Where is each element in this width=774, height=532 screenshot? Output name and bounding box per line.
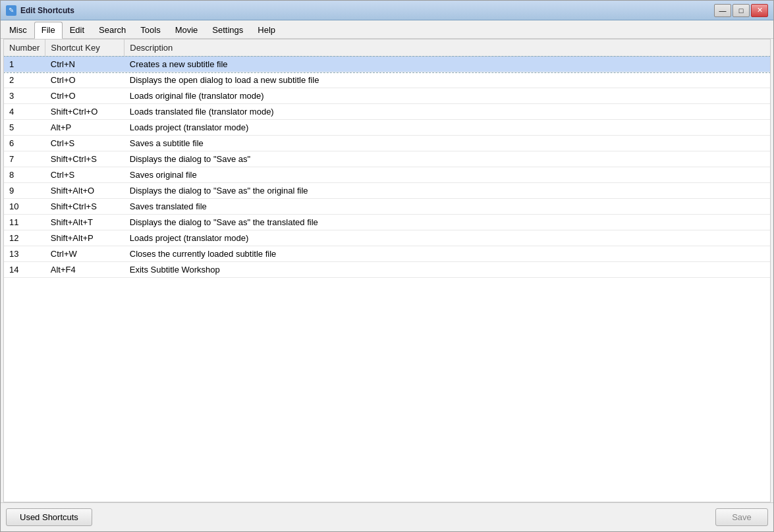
cell-shortcut: Shift+Ctrl+S: [45, 199, 124, 215]
menu-item-help[interactable]: Help: [250, 22, 283, 38]
minimize-button[interactable]: —: [714, 4, 731, 17]
table-row[interactable]: 12Shift+Alt+PLoads project (translator m…: [4, 230, 770, 246]
menu-item-tools[interactable]: Tools: [133, 22, 167, 38]
window-title: Edit Shortcuts: [20, 6, 714, 15]
cell-number: 2: [4, 72, 45, 88]
shortcuts-table: Number Shortcut Key Description 1Ctrl+NC…: [4, 40, 770, 278]
cell-description: Saves original file: [124, 167, 770, 183]
table-row[interactable]: 5Alt+PLoads project (translator mode): [4, 120, 770, 136]
table-header-row: Number Shortcut Key Description: [4, 40, 770, 57]
cell-number: 7: [4, 151, 45, 167]
cell-number: 4: [4, 104, 45, 120]
window-icon: ✎: [6, 5, 16, 16]
cell-shortcut: Shift+Ctrl+S: [45, 151, 124, 167]
cell-description: Displays the open dialog to load a new s…: [124, 72, 770, 88]
cell-number: 5: [4, 120, 45, 136]
cell-shortcut: Shift+Ctrl+O: [45, 104, 124, 120]
cell-shortcut: Ctrl+S: [45, 136, 124, 151]
cell-shortcut: Shift+Alt+T: [45, 215, 124, 230]
cell-number: 3: [4, 88, 45, 104]
cell-description: Loads project (translator mode): [124, 230, 770, 246]
cell-description: Displays the dialog to "Save as" the ori…: [124, 183, 770, 199]
cell-shortcut: Ctrl+N: [45, 57, 124, 72]
cell-description: Loads original file (translator mode): [124, 88, 770, 104]
menu-item-settings[interactable]: Settings: [205, 22, 250, 38]
cell-description: Saves a subtitle file: [124, 136, 770, 151]
footer: Used Shortcuts Save: [1, 502, 773, 531]
cell-number: 12: [4, 230, 45, 246]
table-row[interactable]: 10Shift+Ctrl+SSaves translated file: [4, 199, 770, 215]
table-row[interactable]: 11Shift+Alt+TDisplays the dialog to "Sav…: [4, 215, 770, 230]
table-row[interactable]: 8Ctrl+SSaves original file: [4, 167, 770, 183]
cell-description: Creates a new subtitle file: [124, 57, 770, 72]
cell-number: 9: [4, 183, 45, 199]
table-container[interactable]: Number Shortcut Key Description 1Ctrl+NC…: [4, 40, 770, 502]
cell-shortcut: Ctrl+S: [45, 167, 124, 183]
cell-shortcut: Ctrl+O: [45, 88, 124, 104]
cell-number: 11: [4, 215, 45, 230]
cell-shortcut: Alt+F4: [45, 262, 124, 278]
cell-description: Saves translated file: [124, 199, 770, 215]
table-row[interactable]: 13Ctrl+WCloses the currently loaded subt…: [4, 246, 770, 262]
table-row[interactable]: 14Alt+F4Exits Subtitle Workshop: [4, 262, 770, 278]
maximize-button[interactable]: □: [733, 4, 750, 17]
cell-shortcut: Alt+P: [45, 120, 124, 136]
save-button[interactable]: Save: [715, 508, 768, 526]
menu-item-edit[interactable]: Edit: [63, 22, 92, 38]
menu-item-misc[interactable]: Misc: [2, 22, 34, 38]
column-shortcut: Shortcut Key: [45, 40, 124, 57]
cell-number: 8: [4, 167, 45, 183]
close-button[interactable]: ✕: [751, 4, 768, 17]
cell-shortcut: Shift+Alt+O: [45, 183, 124, 199]
menu-item-movie[interactable]: Movie: [168, 22, 206, 38]
cell-description: Loads translated file (translator mode): [124, 104, 770, 120]
table-row[interactable]: 2Ctrl+ODisplays the open dialog to load …: [4, 72, 770, 88]
cell-description: Loads project (translator mode): [124, 120, 770, 136]
menu-item-search[interactable]: Search: [92, 22, 133, 38]
table-row[interactable]: 1Ctrl+NCreates a new subtitle file: [4, 57, 770, 72]
cell-number: 13: [4, 246, 45, 262]
main-window: ✎ Edit Shortcuts — □ ✕ MiscFileEditSearc…: [0, 0, 774, 532]
cell-shortcut: Ctrl+W: [45, 246, 124, 262]
menu-bar: MiscFileEditSearchToolsMovieSettingsHelp: [1, 20, 773, 39]
column-number: Number: [4, 40, 45, 57]
cell-number: 14: [4, 262, 45, 278]
cell-number: 1: [4, 57, 45, 72]
table-row[interactable]: 9Shift+Alt+ODisplays the dialog to "Save…: [4, 183, 770, 199]
title-bar-buttons: — □ ✕: [714, 4, 768, 17]
table-row[interactable]: 6Ctrl+SSaves a subtitle file: [4, 136, 770, 151]
cell-description: Displays the dialog to "Save as" the tra…: [124, 215, 770, 230]
cell-description: Closes the currently loaded subtitle fil…: [124, 246, 770, 262]
cell-number: 6: [4, 136, 45, 151]
content-area: Number Shortcut Key Description 1Ctrl+NC…: [3, 39, 771, 502]
cell-shortcut: Ctrl+O: [45, 72, 124, 88]
table-row[interactable]: 7Shift+Ctrl+SDisplays the dialog to "Sav…: [4, 151, 770, 167]
cell-shortcut: Shift+Alt+P: [45, 230, 124, 246]
table-row[interactable]: 4Shift+Ctrl+OLoads translated file (tran…: [4, 104, 770, 120]
menu-item-file[interactable]: File: [34, 22, 63, 39]
table-row[interactable]: 3Ctrl+OLoads original file (translator m…: [4, 88, 770, 104]
cell-description: Exits Subtitle Workshop: [124, 262, 770, 278]
cell-description: Displays the dialog to "Save as": [124, 151, 770, 167]
title-bar: ✎ Edit Shortcuts — □ ✕: [1, 1, 773, 20]
cell-number: 10: [4, 199, 45, 215]
used-shortcuts-button[interactable]: Used Shortcuts: [6, 508, 92, 526]
column-description: Description: [124, 40, 770, 57]
